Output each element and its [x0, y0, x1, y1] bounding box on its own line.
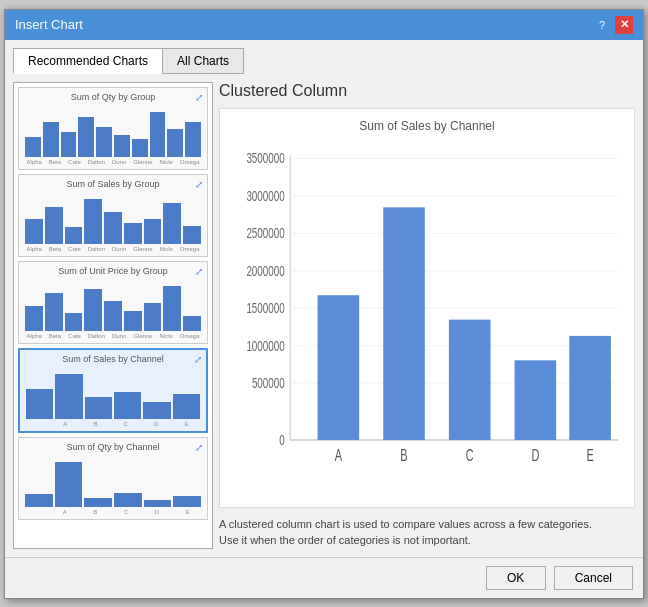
mini-bar: [104, 212, 122, 243]
chart-description-line1: A clustered column chart is used to comp…: [219, 518, 592, 530]
svg-text:B: B: [400, 445, 407, 464]
mini-chart-3: ABCDE: [24, 367, 202, 427]
svg-text:2000000: 2000000: [246, 262, 284, 278]
mini-bars-2: [23, 281, 203, 331]
chart-description-line2: Use it when the order of categories is n…: [219, 534, 471, 546]
mini-bar: [163, 203, 181, 244]
mini-x-labels-1: AlphaBetaCateDaltonDunnGlenneNicleOmega: [23, 246, 203, 252]
mini-bar: [78, 117, 94, 157]
mini-chart-4: ABCDE: [23, 455, 203, 515]
bar-chart-area: 3500000 3000000 2500000 2000000 1500000 …: [230, 139, 624, 497]
mini-bar: [173, 496, 201, 506]
chart-thumb-title-2: Sum of Unit Price by Group: [23, 266, 203, 276]
mini-bars-1: [23, 194, 203, 244]
svg-rect-17: [318, 295, 360, 440]
title-bar: Insert Chart ? ✕: [5, 10, 643, 40]
mini-bar: [167, 129, 183, 157]
chart-thumbnail-2[interactable]: Sum of Unit Price by Group⤢AlphaBetaCate…: [18, 261, 208, 344]
svg-text:500000: 500000: [252, 375, 285, 391]
svg-text:1000000: 1000000: [246, 337, 284, 353]
svg-text:3000000: 3000000: [246, 187, 284, 203]
chart-thumb-title-0: Sum of Qty by Group: [23, 92, 203, 102]
mini-bar: [25, 494, 53, 506]
mini-bar: [84, 199, 102, 244]
mini-bar: [163, 286, 181, 331]
mini-bars-0: [23, 107, 203, 157]
chart-preview: Sum of Sales by Channel 3500000 3000000: [219, 108, 635, 508]
mini-x-labels-3: ABCDE: [24, 421, 202, 427]
chart-thumb-icon-4: ⤢: [195, 442, 203, 453]
svg-rect-21: [449, 319, 491, 439]
mini-bar: [85, 397, 112, 418]
mini-bar: [124, 311, 142, 331]
cancel-button[interactable]: Cancel: [554, 566, 633, 590]
chart-thumb-title-1: Sum of Sales by Group: [23, 179, 203, 189]
mini-bar: [144, 219, 162, 244]
tab-recommended[interactable]: Recommended Charts: [13, 48, 162, 74]
svg-text:C: C: [466, 445, 474, 464]
chart-thumb-icon-2: ⤢: [195, 266, 203, 277]
mini-bar: [114, 493, 142, 507]
svg-rect-25: [569, 335, 611, 439]
mini-bar: [96, 127, 112, 157]
mini-bar: [65, 227, 83, 243]
svg-rect-23: [515, 360, 557, 440]
mini-bar: [144, 303, 162, 331]
mini-bar: [114, 135, 130, 157]
help-button[interactable]: ?: [593, 16, 611, 34]
mini-bar: [173, 394, 200, 419]
chart-list[interactable]: Sum of Qty by Group⤢AlphaBetaCateDaltonD…: [14, 83, 212, 548]
svg-text:A: A: [335, 445, 343, 464]
mini-bars-3: [24, 369, 202, 419]
mini-x-labels-2: AlphaBetaCateDaltonDunnGlenneNicleOmega: [23, 333, 203, 339]
mini-bar: [132, 139, 148, 157]
chart-subtitle: Sum of Sales by Channel: [359, 119, 494, 133]
svg-text:2500000: 2500000: [246, 225, 284, 241]
chart-type-title: Clustered Column: [219, 82, 635, 100]
tab-all-charts[interactable]: All Charts: [162, 48, 244, 74]
mini-bar: [26, 389, 53, 418]
chart-thumbnail-0[interactable]: Sum of Qty by Group⤢AlphaBetaCateDaltonD…: [18, 87, 208, 170]
mini-bar: [25, 219, 43, 244]
mini-bar: [25, 137, 41, 157]
mini-bar: [114, 392, 141, 418]
svg-text:D: D: [531, 445, 539, 464]
chart-thumb-title-3: Sum of Sales by Channel: [24, 354, 202, 364]
mini-bar: [55, 462, 83, 507]
chart-tabs: Recommended Charts All Charts: [13, 48, 635, 74]
chart-thumbnail-3[interactable]: Sum of Sales by Channel⤢ABCDE: [18, 348, 208, 433]
mini-chart-0: AlphaBetaCateDaltonDunnGlenneNicleOmega: [23, 105, 203, 165]
mini-bar: [65, 313, 83, 331]
svg-rect-19: [383, 207, 425, 440]
mini-bars-4: [23, 457, 203, 507]
mini-bar: [45, 207, 63, 244]
svg-text:E: E: [586, 445, 593, 464]
mini-bar: [185, 122, 201, 157]
mini-bar: [84, 498, 112, 506]
main-area: Sum of Qty by Group⤢AlphaBetaCateDaltonD…: [13, 82, 635, 549]
title-controls: ? ✕: [593, 16, 633, 34]
dialog-content: Recommended Charts All Charts Sum of Qty…: [5, 40, 643, 557]
mini-bar: [150, 112, 166, 157]
ok-button[interactable]: OK: [486, 566, 546, 590]
mini-chart-2: AlphaBetaCateDaltonDunnGlenneNicleOmega: [23, 279, 203, 339]
chart-thumbnail-4[interactable]: Sum of Qty by Channel⤢ABCDE: [18, 437, 208, 520]
chart-thumb-title-4: Sum of Qty by Channel: [23, 442, 203, 452]
mini-bar: [143, 402, 170, 419]
mini-x-labels-0: AlphaBetaCateDaltonDunnGlenneNicleOmega: [23, 159, 203, 165]
mini-bar: [43, 122, 59, 157]
mini-bar: [104, 301, 122, 331]
dialog-title: Insert Chart: [15, 17, 83, 32]
chart-thumbnail-1[interactable]: Sum of Sales by Group⤢AlphaBetaCateDalto…: [18, 174, 208, 257]
svg-text:0: 0: [279, 432, 285, 448]
svg-text:1500000: 1500000: [246, 300, 284, 316]
mini-bar: [84, 289, 102, 331]
close-button[interactable]: ✕: [615, 16, 633, 34]
chart-thumb-icon-0: ⤢: [195, 92, 203, 103]
mini-bar: [124, 223, 142, 243]
chart-thumb-icon-1: ⤢: [195, 179, 203, 190]
svg-text:3500000: 3500000: [246, 150, 284, 166]
main-chart-svg: 3500000 3000000 2500000 2000000 1500000 …: [230, 139, 624, 497]
right-panel: Clustered Column Sum of Sales by Channel…: [219, 82, 635, 549]
chart-description: A clustered column chart is used to comp…: [219, 516, 635, 549]
